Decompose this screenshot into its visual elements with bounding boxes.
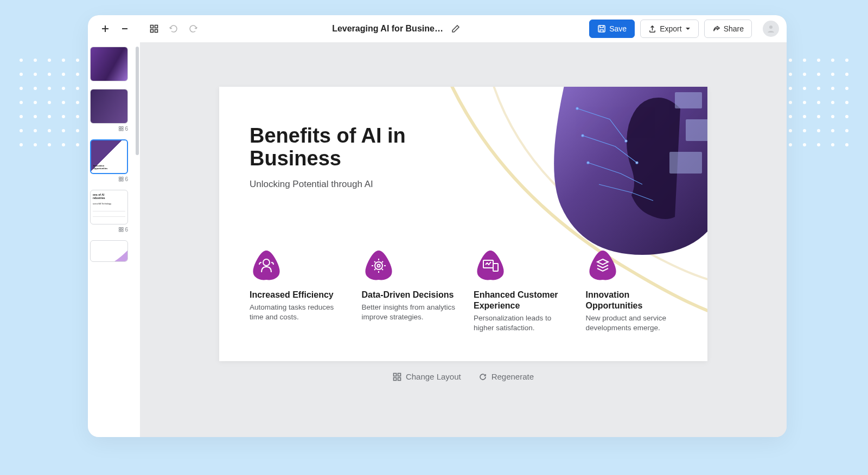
redo-icon — [188, 24, 198, 34]
scrollbar-thumb[interactable] — [136, 47, 139, 155]
slide-thumbnail-5[interactable] — [90, 240, 128, 262]
toolbar-left — [95, 19, 203, 38]
feature-efficiency[interactable]: Increased Efficiency Automating tasks re… — [250, 248, 350, 333]
feature-title: Increased Efficiency — [250, 290, 350, 300]
svg-rect-12 — [119, 179, 121, 181]
slide-thumbnail-1[interactable] — [90, 47, 128, 81]
svg-rect-25 — [669, 152, 702, 174]
grid-icon — [150, 24, 158, 33]
share-button[interactable]: Share — [704, 20, 752, 38]
chevron-down-icon — [685, 26, 691, 31]
feature-title: Data-Driven Decisions — [362, 290, 462, 300]
grid-view-button[interactable] — [144, 19, 164, 38]
svg-rect-11 — [122, 177, 123, 179]
svg-rect-31 — [393, 373, 396, 376]
feature-desc: Personalization leads to higher satisfac… — [474, 313, 574, 333]
feature-title: Enhanced Customer Experience — [474, 290, 574, 311]
thumbnail-sidebar[interactable]: 6 InnovationOpportunities 6 ons of AIndu… — [88, 42, 135, 437]
svg-rect-33 — [393, 377, 396, 380]
svg-rect-24 — [686, 119, 707, 141]
share-icon — [712, 25, 720, 33]
edit-title-icon[interactable] — [451, 24, 460, 33]
svg-rect-10 — [119, 177, 121, 179]
thumbnail-badge: 6 — [119, 176, 130, 182]
gear-icon — [362, 248, 395, 282]
save-button[interactable]: Save — [589, 20, 635, 38]
feature-desc: Better insights from analytics improve s… — [362, 303, 462, 322]
svg-rect-34 — [398, 377, 400, 380]
feature-desc: Automating tasks reduces time and costs. — [250, 303, 350, 322]
user-avatar[interactable] — [763, 21, 779, 37]
svg-rect-9 — [122, 129, 123, 131]
svg-rect-0 — [151, 25, 154, 28]
canvas-area[interactable]: Benefits of AI inBusiness Unlocking Pote… — [140, 42, 787, 437]
redo-button[interactable] — [183, 19, 203, 38]
person-headset-icon — [250, 248, 283, 282]
feature-innovation[interactable]: Innovation Opportunities New product and… — [586, 248, 686, 333]
svg-rect-6 — [119, 127, 121, 129]
svg-point-20 — [587, 162, 589, 164]
save-label: Save — [609, 24, 627, 33]
slide-thumbnail-4[interactable]: ons of AIndustries ases of AI Technology — [90, 190, 128, 224]
svg-point-18 — [576, 107, 578, 110]
refresh-icon — [478, 373, 487, 381]
slide-thumbnail-2[interactable] — [90, 89, 128, 124]
undo-button[interactable] — [164, 19, 183, 38]
svg-rect-32 — [398, 373, 400, 376]
share-label: Share — [724, 24, 744, 33]
feature-data[interactable]: Data-Driven Decisions Better insights fr… — [362, 248, 462, 333]
app-window: Leveraging AI for Busines… Save Export S… — [88, 15, 787, 437]
feature-customer[interactable]: Enhanced Customer Experience Personaliza… — [474, 248, 574, 333]
layout-icon — [393, 373, 401, 381]
toolbar-right: Save Export Share — [589, 20, 779, 38]
thumbnail-badge: 6 — [119, 126, 130, 132]
vertical-scrollbar[interactable] — [135, 42, 140, 437]
save-icon — [597, 24, 606, 33]
svg-point-5 — [769, 25, 773, 29]
slide-canvas[interactable]: Benefits of AI inBusiness Unlocking Pote… — [219, 87, 707, 361]
hero-illustration — [501, 87, 707, 271]
remove-slide-button[interactable] — [115, 19, 135, 38]
devices-icon — [474, 248, 507, 282]
svg-point-22 — [636, 162, 638, 164]
document-title[interactable]: Leveraging AI for Busines… — [332, 24, 446, 34]
toolbar: Leveraging AI for Busines… Save Export S… — [88, 15, 787, 42]
svg-rect-13 — [122, 179, 123, 181]
slide-thumbnail-3[interactable]: InnovationOpportunities — [90, 139, 128, 174]
slide-title[interactable]: Benefits of AI inBusiness — [250, 125, 477, 170]
layers-icon — [586, 248, 620, 282]
svg-rect-8 — [119, 129, 121, 131]
svg-point-21 — [625, 140, 627, 142]
svg-rect-3 — [155, 30, 158, 33]
svg-rect-23 — [675, 92, 702, 108]
regenerate-label: Regenerate — [492, 372, 534, 381]
svg-rect-2 — [151, 30, 154, 33]
svg-rect-17 — [122, 230, 123, 232]
regenerate-button[interactable]: Regenerate — [478, 372, 534, 381]
export-icon — [648, 25, 656, 33]
feature-title: Innovation Opportunities — [586, 290, 686, 311]
feature-grid: Increased Efficiency Automating tasks re… — [250, 248, 686, 333]
feature-desc: New product and service developments eme… — [586, 313, 686, 333]
export-label: Export — [660, 24, 681, 33]
change-layout-button[interactable]: Change Layout — [393, 372, 461, 381]
person-icon — [766, 24, 776, 34]
svg-rect-14 — [119, 228, 121, 229]
add-slide-button[interactable] — [95, 19, 115, 38]
svg-rect-15 — [122, 228, 123, 229]
change-layout-label: Change Layout — [406, 372, 461, 381]
plus-icon — [101, 24, 110, 33]
minus-icon — [120, 24, 129, 33]
slide-actions: Change Layout Regenerate — [393, 372, 534, 381]
svg-rect-1 — [155, 25, 158, 28]
toolbar-center: Leveraging AI for Busines… — [207, 24, 585, 34]
svg-rect-7 — [122, 127, 123, 129]
export-button[interactable]: Export — [640, 20, 698, 38]
bg-dots-left — [20, 59, 93, 146]
slide-subtitle[interactable]: Unlocking Potential through AI — [250, 179, 477, 190]
svg-rect-4 — [598, 25, 605, 32]
thumbnail-badge: 6 — [119, 227, 130, 233]
svg-point-19 — [582, 134, 584, 137]
svg-rect-16 — [119, 230, 121, 232]
undo-icon — [169, 24, 178, 34]
